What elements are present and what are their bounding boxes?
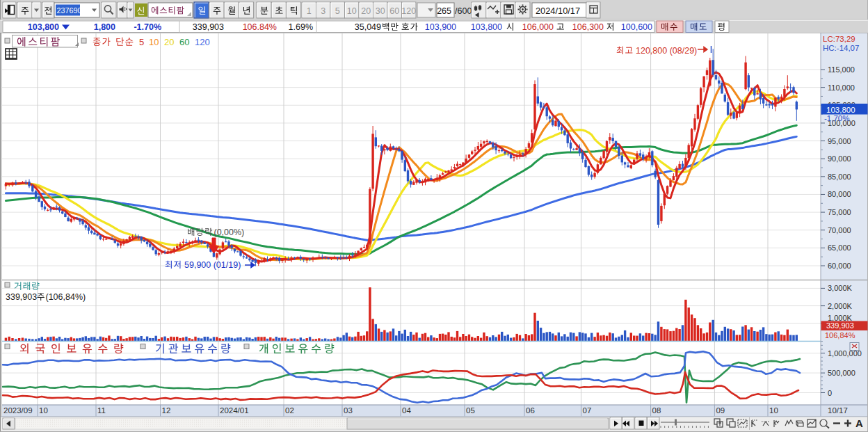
svg-text:106,84%: 106,84% — [825, 331, 855, 339]
svg-text:265: 265 — [437, 6, 451, 16]
svg-text:A: A — [855, 417, 863, 429]
svg-text:0: 0 — [828, 389, 832, 397]
svg-text:100,600: 100,600 — [621, 22, 652, 32]
svg-text:10/17: 10/17 — [828, 406, 848, 415]
svg-text:2024/10/17: 2024/10/17 — [536, 6, 580, 16]
svg-text:30: 30 — [376, 6, 385, 16]
svg-text:20: 20 — [164, 37, 174, 47]
svg-text:/600: /600 — [455, 6, 472, 16]
svg-text:5: 5 — [139, 37, 144, 47]
svg-text:339,903: 339,903 — [826, 321, 854, 330]
svg-text:95,000: 95,000 — [828, 137, 851, 145]
svg-text:103,800: 103,800 — [826, 106, 855, 114]
svg-text:106,000: 106,000 — [522, 22, 554, 32]
svg-text:03: 03 — [344, 406, 353, 415]
svg-text:3,000K: 3,000K — [828, 284, 853, 292]
svg-text:120,800 (08/29): 120,800 (08/29) — [636, 46, 697, 56]
svg-text:90,000: 90,000 — [828, 154, 851, 163]
svg-text:1: 1 — [307, 6, 312, 16]
svg-text:02: 02 — [285, 406, 294, 415]
svg-text:59,900 (01/19): 59,900 (01/19) — [184, 260, 241, 270]
svg-text:35,049: 35,049 — [355, 22, 381, 32]
svg-text:80,000: 80,000 — [828, 190, 851, 198]
svg-text:20: 20 — [361, 6, 371, 16]
svg-text:(0,00%): (0,00%) — [214, 227, 245, 237]
svg-text:103,800: 103,800 — [471, 22, 502, 32]
svg-text:60,000: 60,000 — [828, 262, 851, 270]
svg-text:106,300: 106,300 — [572, 22, 604, 32]
svg-text:75,000: 75,000 — [828, 208, 851, 216]
svg-text:09: 09 — [716, 406, 725, 415]
svg-text:-1.70%: -1.70% — [134, 22, 161, 32]
svg-text:2023/09: 2023/09 — [3, 406, 33, 415]
svg-text:120: 120 — [401, 6, 416, 16]
svg-text:10: 10 — [149, 37, 159, 47]
svg-text:04: 04 — [402, 406, 411, 415]
svg-text:10: 10 — [769, 406, 778, 415]
svg-text:103,900: 103,900 — [425, 22, 456, 32]
svg-text:60: 60 — [179, 37, 189, 47]
svg-text:11: 11 — [97, 406, 106, 415]
svg-text:237690: 237690 — [57, 6, 82, 15]
svg-text:5: 5 — [335, 6, 340, 16]
svg-text:HC:-14,07: HC:-14,07 — [823, 44, 859, 52]
svg-text:10: 10 — [347, 6, 357, 16]
svg-text:339,903: 339,903 — [193, 22, 224, 32]
svg-text:115,000: 115,000 — [828, 65, 855, 74]
svg-text:500,000: 500,000 — [828, 369, 855, 377]
svg-text:05: 05 — [466, 406, 475, 415]
svg-text:-1,70%: -1,70% — [824, 114, 849, 122]
svg-text:2024/01: 2024/01 — [220, 406, 249, 415]
svg-text:120: 120 — [195, 37, 210, 47]
svg-text:70,000: 70,000 — [828, 226, 851, 234]
svg-text:339,903: 339,903 — [6, 292, 37, 302]
svg-text:07: 07 — [583, 406, 592, 415]
svg-text:106.84%: 106.84% — [243, 22, 277, 32]
svg-text:1.69%: 1.69% — [289, 22, 313, 32]
svg-text:06: 06 — [526, 406, 535, 415]
svg-text:10: 10 — [39, 406, 48, 415]
svg-text:1,800: 1,800 — [94, 22, 115, 32]
svg-text:08: 08 — [652, 406, 661, 415]
svg-text:12: 12 — [162, 406, 171, 415]
svg-text:60: 60 — [389, 6, 399, 16]
svg-text:110,000: 110,000 — [828, 83, 855, 92]
svg-text:LC:73,29: LC:73,29 — [823, 35, 855, 43]
svg-text:(106,84%): (106,84%) — [46, 292, 86, 302]
svg-text:85,000: 85,000 — [828, 173, 851, 181]
svg-text:65,000: 65,000 — [828, 243, 851, 252]
svg-text:3: 3 — [321, 6, 326, 16]
svg-text:2,000K: 2,000K — [828, 302, 853, 310]
svg-text:103,800: 103,800 — [28, 22, 59, 32]
